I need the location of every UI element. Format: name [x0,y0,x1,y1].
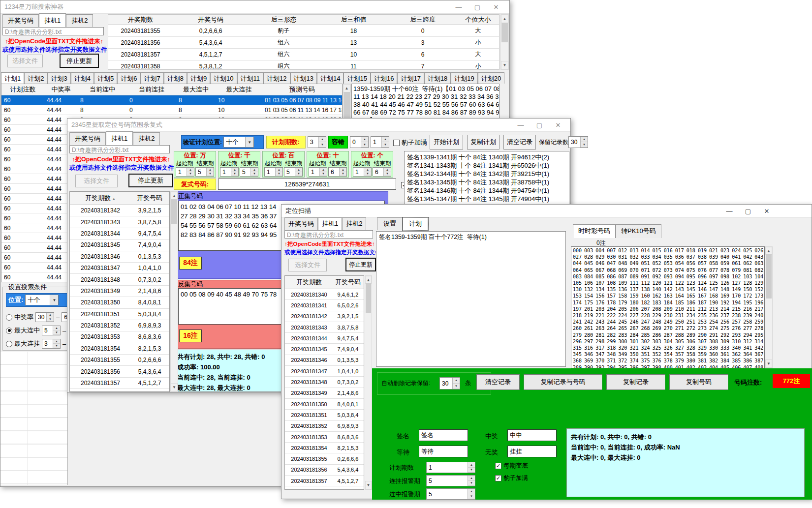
checkbox-豹子加满[interactable]: ✓豹子加满 [495,474,528,482]
table-row[interactable]: 2024031813492,1,4,8,6 [70,286,169,297]
spin-field-2[interactable]: 5▲▼ [426,475,475,486]
table-row[interactable]: 2024031813538,6,8,3,6 [285,432,364,443]
table-row[interactable]: 2024031813460,1,3,5,3 [285,355,364,366]
scroll-thumb[interactable] [366,283,371,313]
tab-plan-3[interactable]: 计划3 [47,72,70,84]
number-grid[interactable]: 000 003 004 007 012 013 014 015 016 017 … [571,246,765,368]
column-header[interactable]: 最大连挂 [216,85,262,94]
position-combo[interactable]: 十个 ▼ [25,295,59,305]
tab-plan-11[interactable]: 计划11 [237,72,264,84]
scroll-thumb[interactable] [766,254,772,299]
column-header[interactable]: 当前连中 [78,85,127,94]
tab-plan-16[interactable]: 计划16 [371,72,397,84]
tab-plan-4[interactable]: 计划4 [71,72,94,84]
tab-plan-2[interactable]: 计划2 [24,72,47,84]
plan-log[interactable]: 签名1359-1359期 百十个772注 等待(1) [376,231,566,367]
scroll-up-icon[interactable]: ▲ [501,15,508,23]
column-header[interactable]: 预测号码 [262,85,342,94]
maximize-icon[interactable]: ▢ [468,1,487,12]
tab-view-2[interactable]: 计划 [403,217,428,230]
start-period-spinner[interactable]: 1▲▼ [220,167,239,177]
table-row[interactable]: 2024031813515,0,3,8,4 [70,309,169,320]
tab-plan-14[interactable]: 计划14 [317,72,344,84]
copy-numbers-button[interactable]: 复制号码 [669,374,728,390]
chevron-down-icon[interactable]: ▼ [50,295,58,305]
tab-file-3[interactable]: 挂机2 [66,14,93,27]
start-period-spinner[interactable]: 1▲▼ [176,167,194,177]
table-row[interactable]: 2024031813538,6,8,3,6 [70,331,169,343]
tab-plan-7[interactable]: 计划7 [140,72,163,84]
table-row[interactable]: 2024031813433,8,7,5,8 [70,216,169,228]
range-from-spinner[interactable]: 30▲▼ [35,312,54,322]
start-period-spinner[interactable]: 1▲▼ [309,167,327,177]
tab-view-1[interactable]: 设置 [377,217,403,230]
table-row[interactable]: 2024031813471,0,4,1,0 [70,263,169,274]
tab-plan-19[interactable]: 计划19 [451,72,477,84]
table-row[interactable]: 2024031813480,7,3,0,2 [70,274,169,285]
scrollbar[interactable]: ▲▼ [365,275,372,490]
tab-plan-12[interactable]: 计划12 [263,72,290,84]
keep-records-spinner[interactable]: 30▲▼ [568,136,588,148]
column-header[interactable]: 后三跨度 [388,15,457,24]
scroll-down-icon[interactable]: ▼ [765,359,772,368]
scroll-thumb[interactable] [171,199,177,224]
checkbox-icon[interactable]: ✓ [495,463,501,469]
start-plan-button[interactable]: 开始计划 [430,135,463,149]
column-header[interactable]: 最大连中 [176,85,216,94]
scrollbar[interactable]: ▲▼ [500,14,509,70]
table-row[interactable]: 2024031813574,5,1,2,7 [285,476,364,486]
radio-icon[interactable] [6,328,12,334]
scroll-down-icon[interactable]: ▼ [501,61,508,69]
start-period-spinner[interactable]: 1▲▼ [264,167,283,177]
table-row[interactable]: 2024031813480,7,3,0,2 [285,377,364,388]
table-row[interactable]: 2024031813550,2,6,6,6豹子180大 [108,25,499,37]
table-row[interactable]: 2024031813565,4,3,6,4 [70,366,169,377]
titlebar[interactable]: 1234星万能搜索神器 — ▢ ✕ [0,0,509,14]
verify-position-combo[interactable]: 十个 ▼ [223,137,254,148]
table-row[interactable]: 2024031813565,4,3,6,4组六133小 [108,37,499,49]
table-row[interactable]: 2024031813526,9,8,9,3 [70,320,169,331]
copy-records-button[interactable]: 复制记录 [606,374,665,390]
table-row[interactable]: 2024031813433,8,7,5,8 [285,322,364,333]
table-row[interactable]: 2024031813409,4,6,1,2 [285,289,364,300]
scroll-thumb[interactable] [501,23,508,42]
column-header[interactable]: 后三和值 [319,15,388,24]
column-header[interactable]: 后三形态 [249,15,319,24]
minimize-icon[interactable]: — [449,1,468,12]
range-from-spinner[interactable]: 3▲▼ [42,339,61,349]
column-header[interactable]: 开奖期数 [285,278,333,287]
table-row[interactable]: 2024031813515,0,3,8,4 [285,410,364,420]
clear-records-button[interactable]: 清空记录 [503,135,536,149]
start-period-spinner[interactable]: 1▲▼ [353,167,372,177]
tab-plan-17[interactable]: 计划17 [397,72,424,84]
column-header[interactable]: 开奖期数 ▲ [70,194,131,203]
select-file-button[interactable]: 选择文件 [7,55,43,67]
end-period-spinner[interactable]: 5▲▼ [284,167,303,177]
column-header[interactable]: 开奖期数 [108,15,173,24]
chevron-down-icon[interactable]: ▼ [245,137,253,147]
table-row[interactable]: 2024031813574,5,1,2,7 [70,378,169,389]
table-row[interactable]: 2024031813457,4,9,0,4 [70,239,169,251]
end-period-spinner[interactable]: 5▲▼ [240,167,258,177]
tolerance-spinner[interactable]: 0▲▼ [350,136,369,148]
close-icon[interactable]: ✕ [757,206,776,216]
tab-plan-10[interactable]: 计划10 [210,72,237,84]
select-file-button[interactable]: 选择文件 [288,259,327,271]
table-row[interactable]: 2024031813550,2,6,6,6 [285,453,364,464]
file-path-input[interactable]: D:\奇趣腾讯分分彩.txt [2,27,104,35]
column-header[interactable]: 开奖号码 [131,194,168,203]
table-row[interactable]: 2024031813548,2,1,5,3 [285,443,364,453]
stop-update-button[interactable]: 停止更新 [128,174,173,187]
maximize-icon[interactable]: ▢ [739,206,757,216]
auto-delete-spinner[interactable]: 30▲▼ [439,377,460,389]
stop-update-button[interactable]: 停止更新 [345,258,376,271]
tab-plan-18[interactable]: 计划18 [424,72,451,84]
tab-num-1[interactable]: 时时彩号码 [573,224,616,238]
table-row[interactable]: 2024031813492,1,4,8,6 [285,388,364,399]
tab-file-2[interactable]: 挂机1 [318,217,342,230]
tab-num-2[interactable]: 转PK10号码 [616,224,661,238]
table-row[interactable]: 2024031813471,0,4,1,0 [285,366,364,377]
table-row[interactable]: 6044.448081001 03 05 06 07 08 09 11 13 1… [1,95,342,105]
scroll-thumb[interactable] [344,92,350,121]
table-row[interactable]: 2024031813449,4,7,5,4 [70,228,169,239]
